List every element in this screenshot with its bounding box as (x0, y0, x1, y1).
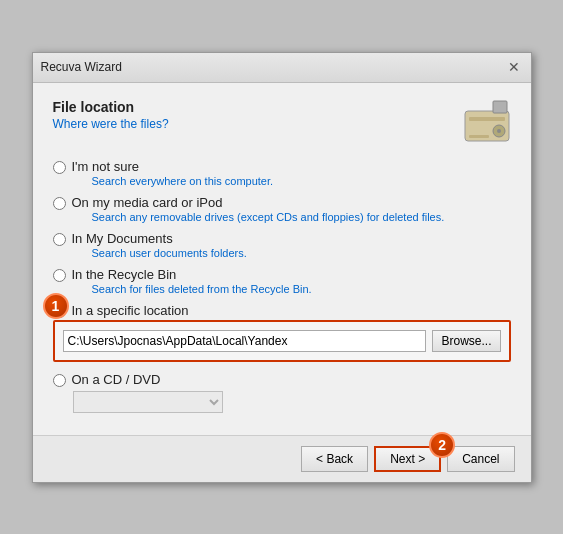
section-title: File location (53, 99, 169, 115)
svg-rect-2 (469, 117, 505, 121)
hdd-icon (461, 99, 511, 143)
next-btn-wrap: Next > 2 (374, 446, 441, 472)
svg-point-4 (497, 129, 501, 133)
option-mydocs: In My Documents Search user documents fo… (53, 231, 511, 259)
cd-dvd-select[interactable] (73, 391, 223, 413)
option-media-desc: Search any removable drives (except CDs … (92, 211, 445, 223)
header-section: File location Where were the files? (53, 99, 511, 143)
close-button[interactable]: ✕ (505, 58, 523, 76)
footer: < Back Next > 2 Cancel (33, 435, 531, 482)
location-input[interactable] (63, 330, 427, 352)
window-title: Recuva Wizard (41, 60, 122, 74)
option-notsure-label: I'm not sure (72, 159, 274, 174)
radio-media[interactable] (53, 197, 66, 210)
option-cd-label: On a CD / DVD (72, 372, 161, 387)
option-specific-label: In a specific location (72, 303, 189, 318)
title-bar: Recuva Wizard ✕ (33, 53, 531, 83)
option-notsure-desc: Search everywhere on this computer. (92, 175, 274, 187)
specific-location-box: Browse... (53, 320, 511, 362)
radio-notsure[interactable] (53, 161, 66, 174)
badge-1: 1 (43, 293, 69, 319)
option-media-label: On my media card or iPod (72, 195, 445, 210)
option-notsure: I'm not sure Search everywhere on this c… (53, 159, 511, 187)
option-mydocs-label: In My Documents (72, 231, 247, 246)
hdd-svg (461, 99, 513, 147)
radio-mydocs[interactable] (53, 233, 66, 246)
option-recycle-desc: Search for files deleted from the Recycl… (92, 283, 312, 295)
main-content: File location Where were the files? (33, 83, 531, 435)
back-button[interactable]: < Back (301, 446, 368, 472)
browse-button[interactable]: Browse... (432, 330, 500, 352)
option-cd: On a CD / DVD (53, 372, 511, 413)
radio-recycle[interactable] (53, 269, 66, 282)
option-mydocs-desc: Search user documents folders. (92, 247, 247, 259)
cancel-button[interactable]: Cancel (447, 446, 514, 472)
options-list: I'm not sure Search everywhere on this c… (53, 159, 511, 413)
svg-rect-5 (469, 135, 489, 138)
badge-2: 2 (429, 432, 455, 458)
radio-cd[interactable] (53, 374, 66, 387)
svg-rect-1 (493, 101, 507, 113)
wizard-window: Recuva Wizard ✕ File location Where were… (32, 52, 532, 483)
header-text: File location Where were the files? (53, 99, 169, 131)
option-recycle: In the Recycle Bin Search for files dele… (53, 267, 511, 295)
section-subtitle: Where were the files? (53, 117, 169, 131)
option-recycle-label: In the Recycle Bin (72, 267, 312, 282)
option-specific: 1 In a specific location Browse... (53, 303, 511, 362)
location-row: Browse... (63, 330, 501, 352)
option-media: On my media card or iPod Search any remo… (53, 195, 511, 223)
